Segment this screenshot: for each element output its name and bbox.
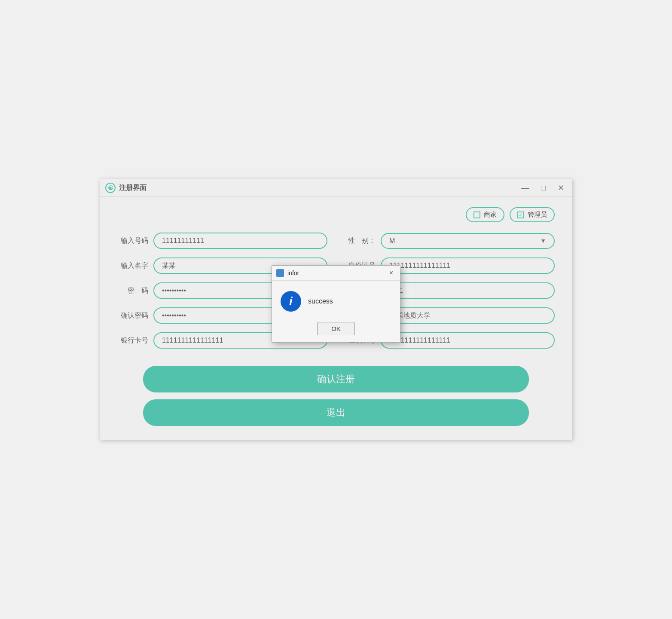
dialog-icon <box>276 269 284 277</box>
dialog-message: success <box>308 297 333 305</box>
dialog-titlebar: infor × <box>272 266 400 281</box>
info-icon: i <box>281 291 301 312</box>
dialog-close-button[interactable]: × <box>387 268 396 278</box>
dialog-title: infor <box>287 270 387 276</box>
info-dialog: infor × i success OK <box>272 265 400 343</box>
dialog-overlay: infor × i success OK <box>100 179 572 440</box>
dialog-body: i success <box>272 281 400 319</box>
main-window: ☯ 注册界面 — □ ✕ 商家 ✓ 管理员 输入号码 <box>100 179 572 440</box>
ok-button[interactable]: OK <box>317 322 355 335</box>
dialog-footer: OK <box>272 319 400 342</box>
